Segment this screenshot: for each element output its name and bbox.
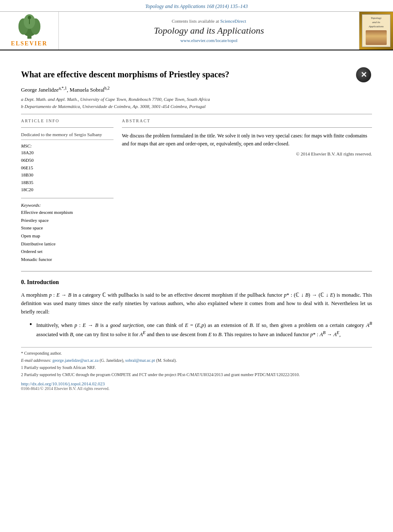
bullet-text-1: Intuitively, when p : E → B is a good su… (36, 320, 372, 339)
top-banner: ELSEVIER Contents lists available at Sci… (0, 12, 393, 50)
issn-line: 0166-8641/© 2014 Elsevier B.V. All right… (21, 386, 372, 391)
info-divider (21, 127, 113, 128)
elsevier-logo: ELSEVIER (0, 12, 59, 50)
affiliation-b: b Departamento de Matemática, Universida… (21, 103, 372, 110)
sciencedirect-link[interactable]: ScienceDirect (220, 18, 246, 24)
abstract-col: ABSTRACT We discuss the problem formulat… (122, 119, 372, 263)
corresponding-author-note: * Corresponding author. (21, 350, 372, 356)
dedication-text: Dedicated to the memory of Sergio Salban… (21, 132, 113, 140)
journal-url: www.elsevier.com/locate/topol (180, 38, 237, 43)
journal-header: Topology and its Applications 168 (2014)… (0, 0, 393, 12)
email-link-2[interactable]: sobral@mat.uc.pt (125, 358, 155, 363)
doi-link[interactable]: http://dx.doi.org/10.1016/j.topol.2014.0… (21, 381, 105, 386)
author2-name: , Manuela Sobral (67, 87, 104, 93)
msc-code-6: 18C20 (21, 186, 113, 194)
keyword-5: Distributive lattice (21, 240, 113, 248)
msc-code-1: 18A20 (21, 149, 113, 157)
section-divider (21, 271, 372, 271)
journal-cover: Topologyand itsApplications (359, 12, 393, 50)
author2-sup: b,2 (104, 86, 110, 90)
author1-name: George Janelidze (21, 87, 59, 93)
keyword-3: Stone space (21, 224, 113, 232)
elsevier-label: ELSEVIER (11, 40, 47, 47)
footnote-2: 2 Partially supported by CMUC through th… (21, 371, 372, 378)
abstract-text: We discuss the problem formulated in the… (122, 132, 372, 147)
msc-code-4: 18B30 (21, 171, 113, 179)
bullet-item-1: • Intuitively, when p : E → B is a good … (21, 320, 372, 339)
two-col-section: ARTICLE INFO Dedicated to the memory of … (21, 119, 372, 263)
intro-heading: 0. Introduction (21, 279, 372, 286)
crossmark-icon: ✕ (356, 67, 371, 82)
contents-line: Contents lists available at ScienceDirec… (171, 18, 246, 24)
main-content: What are effective descent morphisms of … (0, 50, 393, 399)
journal-title-block: Contents lists available at ScienceDirec… (59, 12, 359, 50)
cover-text: Topologyand itsApplications (369, 16, 383, 29)
journal-citation: Topology and its Applications 168 (2014)… (145, 3, 248, 9)
main-divider (21, 114, 372, 114)
keyword-7: Monadic functor (21, 255, 113, 263)
crossmark: ✕ (355, 66, 372, 83)
authors-line: George Janelidzea,*,1, Manuela Sobralb,2 (21, 86, 372, 93)
svg-point-5 (28, 16, 31, 19)
keyword-1: Effective descent morphism (21, 208, 113, 216)
abstract-label: ABSTRACT (122, 119, 372, 123)
journal-name: Topology and its Applications (154, 25, 264, 36)
email-link-1[interactable]: george.janelidze@uct.ac.za (53, 358, 99, 363)
author1-sup: a,*,1 (59, 86, 67, 90)
contents-text: Contents lists available at (171, 18, 219, 24)
msc-codes: 18A20 06D50 06E15 18B30 18B35 18C20 (21, 149, 113, 194)
footnote-section: * Corresponding author. E-mail addresses… (21, 347, 372, 378)
msc-label: MSC: (21, 143, 113, 148)
affiliations: a Dept. Math. and Appl. Math., Universit… (21, 96, 372, 110)
keyword-2: Priestley space (21, 216, 113, 224)
kw-divider (21, 198, 113, 198)
article-info-col: ARTICLE INFO Dedicated to the memory of … (21, 119, 113, 263)
copyright-text: © 2014 Elsevier B.V. All rights reserved… (122, 151, 372, 156)
email-note: E-mail addresses: george.janelidze@uct.a… (21, 357, 372, 363)
intro-paragraph1: A morphism p : E → B in a category ℂ wit… (21, 291, 372, 316)
affiliation-a: a Dept. Math. and Appl. Math., Universit… (21, 96, 372, 103)
cover-inner: Topologyand itsApplications (362, 14, 390, 47)
bullet-dot-1: • (29, 320, 32, 339)
keywords-label: Keywords: (21, 203, 113, 208)
msc-code-3: 06E15 (21, 164, 113, 172)
article-info-label: ARTICLE INFO (21, 119, 113, 123)
keyword-list: Effective descent morphism Priestley spa… (21, 208, 113, 263)
doi-line: http://dx.doi.org/10.1016/j.topol.2014.0… (21, 381, 372, 386)
footnote-1: 1 Partially supported by South African N… (21, 364, 372, 371)
msc-code-5: 18B35 (21, 179, 113, 187)
msc-code-2: 06D50 (21, 157, 113, 164)
article-title: What are effective descent morphisms of … (21, 69, 229, 80)
abstract-divider (122, 127, 372, 128)
keyword-4: Open map (21, 232, 113, 240)
elsevier-tree-icon (11, 14, 48, 40)
keyword-6: Ordered set (21, 248, 113, 255)
